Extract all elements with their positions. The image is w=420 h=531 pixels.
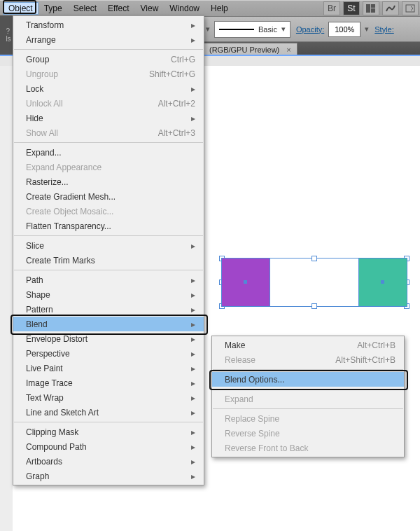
menu-item-label: Create Object Mosaic...: [26, 207, 195, 216]
submenu-arrow-icon: ▸: [191, 471, 195, 481]
menu-item-label: Pattern: [26, 305, 174, 315]
stroke-preview-icon: [219, 29, 254, 30]
menu-item-label: Show All: [26, 128, 141, 138]
menu-item-label: Reverse Spine: [225, 429, 396, 439]
prefs-icon[interactable]: [402, 1, 419, 15]
object-menu-item-image-trace[interactable]: Image Trace▸: [13, 375, 204, 390]
blend-menu-item-make[interactable]: MakeAlt+Ctrl+B: [212, 338, 404, 352]
menu-effect[interactable]: Effect: [102, 2, 134, 15]
object-menu-item-create-gradient-mesh[interactable]: Create Gradient Mesh...: [13, 189, 204, 204]
menu-window[interactable]: Window: [164, 2, 205, 15]
object-menu-item-rasterize[interactable]: Rasterize...: [13, 174, 204, 189]
object-menu-item-blend[interactable]: Blend▸: [13, 317, 204, 331]
submenu-arrow-icon: ▸: [191, 442, 195, 452]
object-menu-item-expand[interactable]: Expand...: [13, 145, 204, 160]
menu-item-label: Rasterize...: [26, 177, 195, 187]
style-label[interactable]: Style:: [374, 25, 394, 34]
object-menu-item-artboards[interactable]: Artboards▸: [13, 454, 204, 469]
menu-item-label: Create Trim Marks: [26, 256, 195, 266]
menu-item-label: Compound Path: [26, 442, 174, 452]
menu-select[interactable]: Select: [68, 2, 102, 15]
menu-item-label: Make: [225, 340, 340, 350]
menu-item-label: Group: [26, 55, 154, 64]
object-menu-item-live-paint[interactable]: Live Paint▸: [13, 361, 204, 375]
menu-separator: [213, 389, 403, 389]
menu-item-label: Live Paint: [26, 364, 174, 373]
menu-item-label: Create Gradient Mesh...: [26, 192, 195, 202]
object-menu-item-unlock-all: Unlock AllAlt+Ctrl+2: [13, 96, 204, 111]
submenu-arrow-icon: ▸: [191, 290, 195, 300]
gpu-icon[interactable]: [382, 1, 399, 15]
svg-rect-2: [371, 8, 375, 13]
object-menu-item-shape[interactable]: Shape▸: [13, 287, 204, 302]
object-menu-item-line-and-sketch-art[interactable]: Line and Sketch Art▸: [13, 405, 204, 420]
submenu-arrow-icon: ▸: [191, 457, 195, 467]
object-menu-item-compound-path[interactable]: Compound Path▸: [13, 439, 204, 454]
object-menu-item-hide[interactable]: Hide▸: [13, 111, 204, 125]
object-menu-item-perspective[interactable]: Perspective▸: [13, 346, 204, 361]
menu-item-label: Expand: [225, 394, 396, 404]
submenu-arrow-icon: ▸: [191, 20, 195, 30]
object-menu-item-path[interactable]: Path▸: [13, 273, 204, 287]
object-menu-item-transform[interactable]: Transform▸: [13, 18, 204, 32]
menu-item-label: Graph: [26, 471, 174, 481]
menu-item-shortcut: Shift+Ctrl+G: [149, 69, 195, 79]
object-menu-item-pattern[interactable]: Pattern▸: [13, 302, 204, 317]
blend-menu-item-expand: Expand: [212, 392, 404, 406]
shape-left-square[interactable]: [221, 258, 270, 307]
submenu-arrow-icon: ▸: [191, 305, 195, 315]
submenu-arrow-icon: ▸: [191, 275, 195, 285]
object-menu-item-expand-appearance: Expand Appearance: [13, 160, 204, 174]
blend-menu-item-reverse-spine: Reverse Spine: [212, 426, 404, 441]
menu-separator: [14, 422, 203, 422]
stock-icon[interactable]: St: [343, 1, 360, 15]
object-menu-item-arrange[interactable]: Arrange▸: [13, 32, 204, 47]
menu-separator: [14, 142, 203, 143]
object-menu-item-slice[interactable]: Slice▸: [13, 238, 204, 253]
menu-item-label: Path: [26, 275, 174, 285]
menu-item-shortcut: Alt+Ctrl+B: [357, 340, 396, 350]
menu-item-shortcut: Alt+Shift+Ctrl+B: [335, 355, 396, 365]
blend-menu-item-blend-options[interactable]: Blend Options...: [212, 372, 404, 387]
object-menu-item-envelope-distort[interactable]: Envelope Distort▸: [13, 331, 204, 346]
document-tab-label: (RGB/GPU Preview): [209, 46, 279, 54]
object-menu-item-flatten-transparency[interactable]: Flatten Transparency...: [13, 219, 204, 233]
menu-item-label: Unlock All: [26, 99, 141, 109]
menu-help[interactable]: Help: [205, 2, 234, 15]
menu-item-label: Expand Appearance: [26, 163, 195, 172]
menu-item-label: Line and Sketch Art: [26, 408, 174, 418]
submenu-arrow-icon: ▸: [191, 427, 195, 437]
shape-right-square[interactable]: [358, 258, 407, 307]
object-menu-item-create-trim-marks[interactable]: Create Trim Marks: [13, 253, 204, 268]
vertical-ruler: [0, 66, 13, 531]
menu-item-label: Slice: [26, 241, 174, 251]
object-menu-item-clipping-mask[interactable]: Clipping Mask▸: [13, 425, 204, 439]
menu-item-shortcut: Alt+Ctrl+2: [158, 99, 195, 109]
opacity-label[interactable]: Opacity:: [296, 25, 324, 34]
close-icon[interactable]: ×: [286, 46, 290, 54]
stroke-style-select[interactable]: Basic ▾: [214, 21, 290, 38]
submenu-arrow-icon: ▸: [191, 35, 195, 45]
menu-type[interactable]: Type: [38, 2, 68, 15]
opacity-input[interactable]: [328, 22, 360, 37]
submenu-arrow-icon: ▸: [191, 113, 195, 123]
menu-separator: [213, 408, 403, 409]
submenu-arrow-icon: ▸: [191, 408, 195, 418]
arrange-docs-icon[interactable]: [363, 1, 379, 15]
bridge-icon[interactable]: Br: [323, 1, 340, 15]
object-menu-item-lock[interactable]: Lock▸: [13, 81, 204, 96]
menu-view[interactable]: View: [135, 2, 164, 15]
menu-object[interactable]: Object: [3, 2, 38, 15]
blend-menu-item-replace-spine: Replace Spine: [212, 411, 404, 426]
menu-item-label: Transform: [26, 20, 174, 30]
menu-item-label: Arrange: [26, 35, 174, 45]
object-menu-item-graph[interactable]: Graph▸: [13, 469, 204, 483]
menu-item-label: Reverse Front to Back: [225, 443, 396, 453]
menu-item-label: Text Wrap: [26, 393, 174, 403]
object-menu-item-group[interactable]: GroupCtrl+G: [13, 52, 204, 67]
menu-separator: [213, 369, 403, 370]
object-menu-item-text-wrap[interactable]: Text Wrap▸: [13, 390, 204, 405]
blend-submenu: MakeAlt+Ctrl+BReleaseAlt+Shift+Ctrl+BBle…: [211, 336, 405, 457]
menu-item-label: Ungroup: [26, 69, 132, 79]
submenu-arrow-icon: ▸: [191, 364, 195, 373]
